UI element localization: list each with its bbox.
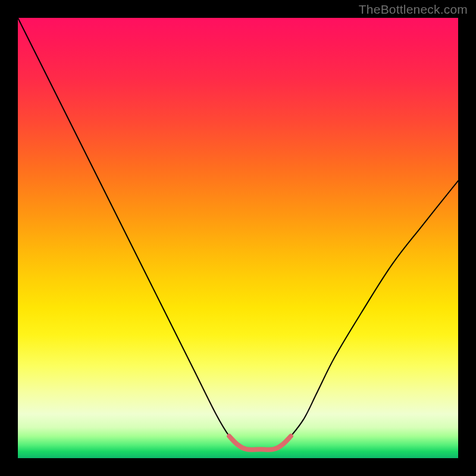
curve-overlay <box>18 18 458 458</box>
chart-frame: TheBottleneck.com <box>0 0 476 476</box>
bottleneck-curve <box>18 18 458 450</box>
watermark-text: TheBottleneck.com <box>359 2 468 17</box>
optimal-band <box>229 436 291 450</box>
plot-area <box>18 18 458 458</box>
